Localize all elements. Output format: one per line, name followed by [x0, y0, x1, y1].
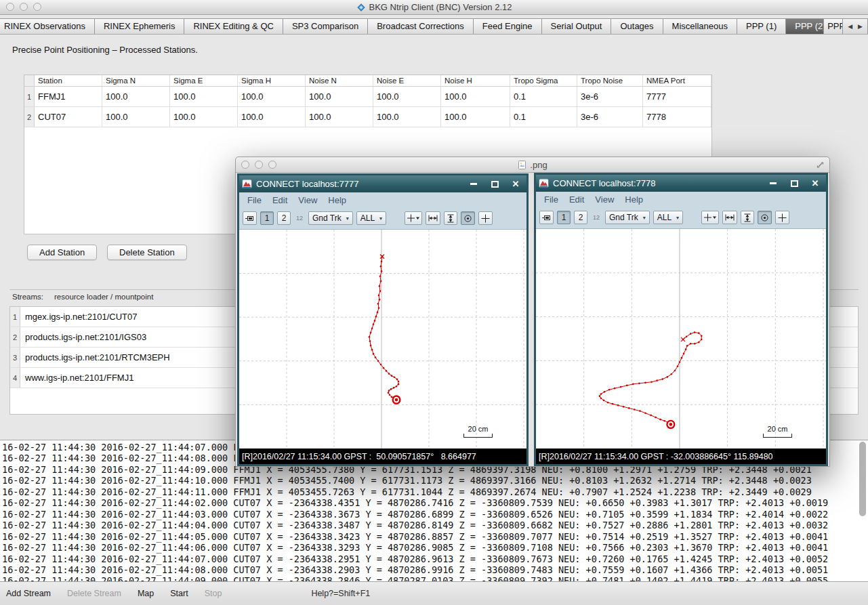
plot-status-bar: [R]2016/02/27 11:15:34.00 GPST : 50.0905… — [239, 448, 526, 464]
cell-sigma-h[interactable]: 100.0 — [238, 107, 306, 127]
minimize-button[interactable] — [20, 3, 28, 11]
delete-station-button[interactable]: Delete Station — [107, 245, 187, 260]
map-button[interactable]: Map — [138, 589, 154, 598]
dock-icon[interactable] — [243, 211, 257, 225]
cell-tropo-sigma[interactable]: 0.1 — [510, 107, 577, 127]
start-button[interactable]: Start — [170, 589, 188, 598]
station-row-cut07: 2CUT07100.0100.0100.0100.0100.0100.00.13… — [24, 107, 711, 127]
subwindow-titlebar[interactable]: CONNECT localhost:7777 ✕ — [239, 175, 526, 192]
zoom-point-icon[interactable] — [461, 211, 475, 225]
tab-serial-output[interactable]: Serial Output — [541, 18, 611, 35]
satellite-filter-dropdown[interactable]: ALL▾ — [356, 211, 386, 225]
cell-noise-n[interactable]: 100.0 — [306, 107, 373, 127]
subwindow-maximize-button[interactable] — [489, 179, 501, 190]
subwindow-close-button[interactable]: ✕ — [809, 178, 821, 189]
cell-sigma-h[interactable]: 100.0 — [238, 87, 306, 106]
cell-sigma-n[interactable]: 100.0 — [102, 87, 170, 106]
plot-type-dropdown[interactable]: Gnd Trk▾ — [605, 211, 650, 224]
cell-noise-e[interactable]: 100.0 — [373, 107, 441, 127]
satellite-filter-dropdown[interactable]: ALL▾ — [653, 211, 683, 224]
fit-width-icon[interactable] — [426, 211, 440, 225]
pan-crosshair-icon[interactable] — [775, 211, 789, 224]
tab-outages[interactable]: Outages — [611, 18, 662, 35]
menu-view[interactable]: View — [590, 194, 619, 205]
fit-height-icon[interactable] — [741, 211, 754, 224]
overlay-close-button[interactable] — [241, 161, 249, 169]
column-header-sigma-n: Sigma N — [102, 75, 170, 86]
center-crosshair-icon[interactable] — [405, 211, 422, 225]
tab-rinex-editing-qc[interactable]: RINEX Editing & QC — [184, 18, 283, 35]
cell-tropo-noise[interactable]: 3e-6 — [577, 87, 643, 106]
ground-track-plot[interactable]: 20 cm — [239, 230, 526, 448]
cell-sigma-e[interactable]: 100.0 — [170, 87, 238, 106]
subwindow-close-button[interactable]: ✕ — [510, 179, 522, 190]
menu-help[interactable]: Help — [323, 195, 352, 205]
overlay-zoom-button[interactable] — [268, 161, 276, 169]
log-scrollbar-thumb[interactable] — [859, 442, 866, 516]
view-1-button[interactable]: 1 — [260, 211, 274, 225]
view-2-button[interactable]: 2 — [574, 211, 587, 224]
close-button[interactable] — [6, 3, 14, 11]
overlay-minimize-button[interactable] — [255, 161, 263, 169]
zoom-point-icon[interactable] — [758, 211, 772, 224]
tab-scroll-left-icon[interactable]: ◀ — [848, 23, 852, 30]
cell-station[interactable]: CUT07 — [35, 107, 102, 127]
tab-rinex-ephemeris[interactable]: RINEX Ephemeris — [94, 18, 184, 35]
dock-icon[interactable] — [539, 211, 554, 224]
column-header-station: Station — [35, 75, 102, 86]
tab-broadcast-corrections[interactable]: Broadcast Corrections — [367, 18, 473, 35]
cell-sigma-n[interactable]: 100.0 — [102, 107, 170, 127]
fit-width-icon[interactable] — [722, 211, 737, 224]
menu-view[interactable]: View — [293, 195, 323, 205]
column-header-sigma-e: Sigma E — [170, 75, 238, 86]
tab-miscellaneous[interactable]: Miscellaneous — [663, 18, 737, 35]
cell-noise-h[interactable]: 100.0 — [441, 87, 510, 106]
log-line: 16-02-27 11:44:30 2016-02-27_11:44:07.00… — [2, 554, 868, 564]
cell-nmea-port[interactable]: 7777 — [643, 87, 711, 106]
cell-noise-h[interactable]: 100.0 — [441, 107, 510, 127]
window-titlebar[interactable]: BKG Ntrip Client (BNC) Version 2.12 — [0, 0, 868, 15]
column-header-tropo-sigma: Tropo Sigma — [510, 75, 577, 86]
tab-rinex-observations[interactable]: RINEX Observations — [0, 18, 94, 35]
bnc-app-icon — [242, 179, 252, 189]
plot-type-dropdown[interactable]: Gnd Trk▾ — [308, 211, 353, 225]
menu-help[interactable]: Help — [619, 194, 648, 205]
cell-sigma-e[interactable]: 100.0 — [170, 107, 238, 127]
log-line: 16-02-27 11:44:30 2016-02-27_11:44:10.00… — [2, 475, 868, 486]
zoom-button[interactable] — [33, 3, 41, 11]
cell-noise-n[interactable]: 100.0 — [306, 87, 373, 106]
cell-station[interactable]: FFMJ1 — [35, 87, 102, 106]
cell-noise-e[interactable]: 100.0 — [373, 87, 441, 106]
add-station-button[interactable]: Add Station — [27, 245, 97, 260]
menu-edit[interactable]: Edit — [267, 195, 293, 205]
tab-feed-engine[interactable]: Feed Engine — [473, 18, 541, 35]
menu-file[interactable]: File — [242, 195, 267, 205]
view-1-button[interactable]: 1 — [557, 211, 571, 224]
overlay-titlebar[interactable]: .png — [236, 157, 829, 173]
add-stream-button[interactable]: Add Stream — [6, 589, 51, 598]
cell-tropo-noise[interactable]: 3e-6 — [577, 107, 643, 127]
tab-sp3-comparison[interactable]: SP3 Comparison — [283, 18, 367, 35]
menu-edit[interactable]: Edit — [564, 194, 590, 205]
subwindow-maximize-button[interactable] — [788, 178, 800, 189]
stop-button: Stop — [205, 589, 222, 598]
tab-ppp-1[interactable]: PPP (1) — [737, 18, 785, 35]
view-2-button[interactable]: 2 — [277, 211, 291, 225]
subwindow-minimize-button[interactable] — [767, 178, 779, 189]
log-line: 16-02-27 11:44:30 2016-02-27_11:44:11.00… — [2, 486, 868, 497]
menu-file[interactable]: File — [539, 194, 564, 205]
fullscreen-icon[interactable] — [816, 161, 825, 169]
subwindow-titlebar[interactable]: CONNECT localhost:7778 ✕ — [536, 175, 826, 192]
ground-track-plot[interactable]: 20 cm — [536, 229, 826, 448]
cell-nmea-port[interactable]: 7778 — [643, 107, 711, 127]
cell-tropo-sigma[interactable]: 0.1 — [510, 87, 577, 106]
tab-scroll-right-icon[interactable]: ▶ — [858, 23, 863, 30]
fit-height-icon[interactable] — [444, 211, 457, 225]
subwindow-minimize-button[interactable] — [468, 179, 480, 190]
pan-crosshair-icon[interactable] — [478, 211, 493, 225]
column-header-noise-h: Noise H — [441, 75, 510, 86]
delete-stream-button: Delete Stream — [67, 589, 121, 598]
tab-ppp-partial[interactable]: PPP — [823, 18, 842, 35]
station-table-head: StationSigma NSigma ESigma HNoise NNoise… — [24, 75, 711, 87]
center-crosshair-icon[interactable] — [701, 211, 719, 224]
